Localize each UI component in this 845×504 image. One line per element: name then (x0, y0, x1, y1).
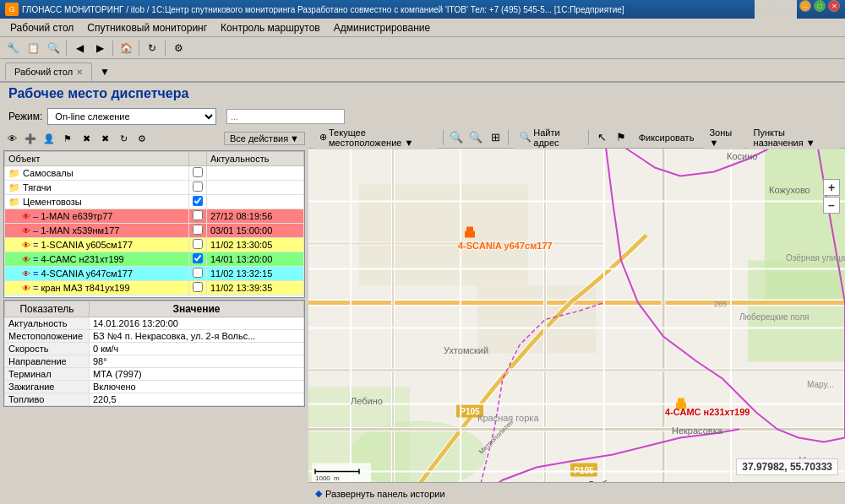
find-address-button[interactable]: 🔍 Найти адрес (514, 127, 583, 149)
lt-btn-x[interactable]: ✖ (78, 130, 95, 147)
vehicle-check[interactable] (188, 181, 206, 195)
lt-btn-person[interactable]: 👤 (41, 130, 57, 147)
check-scania2[interactable] (193, 268, 203, 278)
expand-icon: ◆ (315, 488, 322, 499)
vehicle-time: 11/02 13:39:35 (206, 281, 303, 295)
toolbar-btn-1[interactable]: 🔧 (3, 39, 22, 57)
app-icon: G (5, 3, 19, 16)
lt-btn-eye[interactable]: 👁 (3, 130, 20, 147)
toolbar-sep-2 (112, 41, 113, 56)
check-samosvaly[interactable] (193, 167, 203, 177)
zones-button[interactable]: Зоны ▼ (703, 127, 744, 149)
destinations-button[interactable]: Пункты назначения ▼ (748, 127, 840, 149)
location-icon: ⊕ (319, 132, 327, 143)
lt-btn-refresh[interactable]: ↻ (115, 130, 132, 147)
toolbar-btn-home[interactable]: 🏠 (117, 39, 135, 57)
tab-close-icon[interactable]: ✕ (76, 68, 83, 77)
table-row[interactable]: 👁 – 1-MAN е639тр77 27/12 08:19:56 (5, 209, 304, 224)
map-footer-text: Развернуть панель истории (325, 489, 445, 499)
check-kran[interactable] (193, 282, 203, 292)
cursor-icon-btn[interactable]: ↖ (594, 128, 610, 147)
table-row[interactable]: 👁 – 1-MAN х539нм177 03/01 15:00:00 (5, 224, 304, 238)
table-row[interactable]: 📁 Самосвалы (5, 166, 304, 181)
tab-desktop[interactable]: Рабочий стол ✕ (5, 62, 92, 81)
vehicle-table: Объект Актуальность 📁 Самосвалы 📁 Тягачи (4, 151, 304, 295)
toolbar-sep-1 (66, 41, 67, 56)
check-man1[interactable] (193, 210, 203, 220)
left-toolbar: 👁 ➕ 👤 ⚑ ✖ ✖ ↻ ⚙ Все действия ▼ (3, 128, 305, 149)
menu-item-desktop[interactable]: Рабочий стол (3, 20, 80, 35)
folder-icon: 📁 (8, 168, 20, 178)
minimize-button[interactable]: – (799, 0, 811, 12)
svg-text:Мару...: Мару... (807, 380, 834, 389)
map-canvas[interactable]: P105 P105 (308, 149, 845, 482)
close-button[interactable]: ✕ (828, 0, 840, 12)
toolbar-btn-back[interactable]: ◀ (70, 39, 89, 57)
lt-btn-gear[interactable]: ⚙ (134, 130, 150, 147)
info-label-direction: Направление (5, 355, 90, 368)
coordinates-display: 37.97982, 55.70333 (736, 458, 838, 475)
dash-icon: = (33, 268, 38, 279)
menu-item-admin[interactable]: Администрирование (327, 20, 437, 35)
check-tsementovosi[interactable] (193, 196, 203, 206)
tab-desktop-label: Рабочий стол (14, 67, 73, 77)
map-zoom-in[interactable]: + (823, 179, 840, 196)
table-row[interactable]: 📁 Цементовозы (5, 195, 304, 209)
all-actions-button[interactable]: Все действия ▼ (224, 132, 305, 145)
toolbar-btn-2[interactable]: 📋 (24, 39, 42, 57)
svg-rect-50 (678, 398, 684, 404)
toolbar-btn-refresh[interactable]: ↻ (143, 39, 161, 57)
vehicle-check[interactable] (188, 281, 206, 295)
toolbar-btn-settings[interactable]: ⚙ (169, 39, 188, 57)
vehicle-name: 👁 = 4-САМС н231хт199 (5, 252, 189, 267)
coordinates-text: 37.97982, 55.70333 (742, 461, 832, 473)
maximize-button[interactable]: □ (814, 0, 826, 12)
vehicle-check[interactable] (188, 238, 206, 252)
table-row[interactable]: 👁 = кран МАЗ т841ух199 11/02 13:39:35 (5, 281, 304, 295)
check-sams[interactable] (193, 253, 203, 263)
vehicle-check[interactable] (188, 195, 206, 209)
svg-rect-2 (748, 261, 845, 362)
dash-icon: – (33, 225, 38, 236)
lt-btn-flag[interactable]: ⚑ (59, 130, 76, 147)
vehicle-check[interactable] (188, 224, 206, 238)
zoom-reset-btn[interactable]: ⊞ (488, 128, 504, 147)
table-row[interactable]: 👁 = 1-SCANIA у605см177 11/02 13:30:05 (5, 238, 304, 252)
menu-item-satellite[interactable]: Спутниковый мониторинг (80, 20, 214, 35)
taskbar-icons: M+ M- M... (755, 0, 797, 19)
table-row[interactable]: 👁 = 4-САМС н231хт199 14/01 13:20:00 (5, 252, 304, 267)
search-box[interactable]: ... (226, 109, 345, 124)
table-row[interactable]: 👁 = 4-SCANIA у647см177 11/02 13:32:15 (5, 267, 304, 281)
menu-item-routes[interactable]: Контроль маршрутов (214, 20, 327, 35)
toolbar-btn-3[interactable]: 🔍 (44, 39, 63, 57)
check-tyagachi[interactable] (193, 182, 203, 192)
lt-btn-x2[interactable]: ✖ (96, 130, 113, 147)
mode-select[interactable]: On-line слежение (47, 108, 216, 125)
flag-icon-btn[interactable]: ⚑ (613, 128, 630, 147)
check-man2[interactable] (193, 225, 203, 235)
vehicle-check[interactable] (188, 267, 206, 281)
zoom-out-btn[interactable]: 🔍 (468, 128, 484, 147)
check-scania1[interactable] (193, 239, 203, 249)
location-button[interactable]: ⊕ Текущее местоположение ▼ (313, 127, 438, 149)
vehicle-time: 11/02 13:30:05 (206, 238, 303, 252)
eye-icon: 👁 (22, 226, 30, 236)
table-row[interactable]: 📁 Тягачи (5, 181, 304, 195)
vehicle-check[interactable] (188, 252, 206, 267)
toolbar-btn-forward[interactable]: ▶ (90, 39, 109, 57)
lt-btn-add[interactable]: ➕ (22, 130, 39, 147)
page-title: Рабочее место диспетчера (8, 86, 837, 101)
info-row: Терминал МТА (7997) (5, 368, 304, 381)
map-area[interactable]: ⊕ Текущее местоположение ▼ 🔍 🔍 ⊞ 🔍 Найти… (308, 127, 845, 504)
map-zoom-out[interactable]: – (823, 197, 840, 214)
vehicle-check[interactable] (188, 166, 206, 181)
info-label-location: Местоположение (5, 330, 90, 343)
zoom-in-btn[interactable]: 🔍 (449, 128, 465, 147)
info-value-fuel: 220,5 (90, 393, 304, 406)
tab-dropdown-btn[interactable]: ▼ (95, 62, 114, 81)
map-footer[interactable]: ◆ Развернуть панель истории (308, 482, 845, 504)
vehicle-label-scania: 4-SCANIA у647см177 (456, 240, 554, 252)
vehicle-label-text-scania: 4-SCANIA у647см177 (458, 241, 553, 251)
fix-button[interactable]: Фиксировать (633, 131, 701, 144)
vehicle-check[interactable] (188, 209, 206, 224)
